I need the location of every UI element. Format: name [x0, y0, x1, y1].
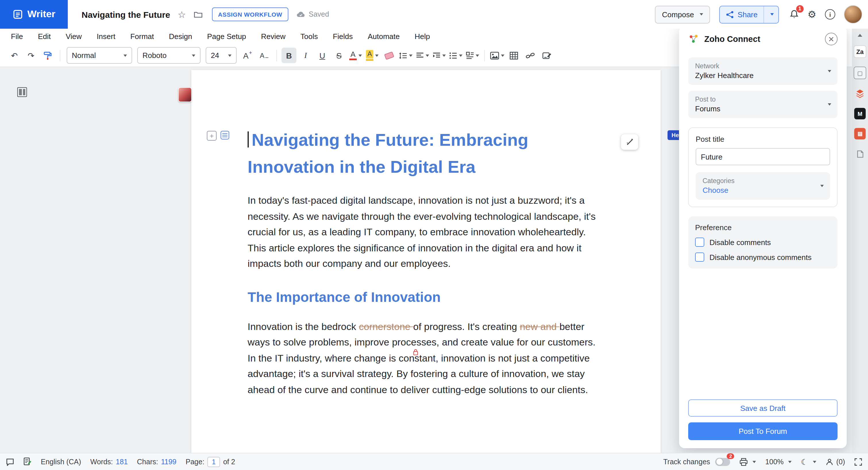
menu-automate[interactable]: Automate: [368, 32, 400, 41]
menu-help[interactable]: Help: [415, 32, 430, 41]
compose-button[interactable]: Compose: [655, 5, 710, 23]
font-family-select[interactable]: Roboto: [137, 47, 200, 64]
track-changes-control[interactable]: Track changes 2: [663, 458, 730, 466]
document-title[interactable]: Navigating the Future: [82, 9, 170, 19]
post-to-label: Post to: [695, 96, 822, 103]
indent-button[interactable]: [431, 47, 446, 63]
char-count[interactable]: Chars: 1199: [137, 458, 176, 466]
post-title-input[interactable]: [696, 148, 830, 165]
undo-button[interactable]: ↶: [7, 47, 22, 63]
settings-button[interactable]: ⚙: [808, 9, 816, 19]
zia-icon[interactable]: Za: [854, 45, 866, 58]
checkbox-icon[interactable]: [695, 253, 704, 262]
clear-format-button[interactable]: [381, 47, 396, 63]
fullscreen-icon: [854, 458, 862, 466]
font-size-value: 24: [211, 51, 219, 60]
menu-page-setup[interactable]: Page Setup: [207, 32, 246, 41]
menu-fields[interactable]: Fields: [333, 32, 353, 41]
increase-font-size-button[interactable]: A+: [240, 47, 255, 63]
favorite-star-icon[interactable]: ☆: [178, 9, 186, 20]
browser-panel-icon[interactable]: ▢: [854, 67, 866, 79]
menu-file[interactable]: File: [11, 32, 23, 41]
post-to-select[interactable]: Post to Forums: [688, 91, 838, 118]
menu-review[interactable]: Review: [261, 32, 285, 41]
zoho-connect-panel: Zoho Connect ✕ Network Zylker Healthcare…: [679, 26, 847, 448]
share-dropdown[interactable]: [764, 13, 778, 15]
redo-button[interactable]: ↷: [24, 47, 38, 63]
document-content[interactable]: Navigating the Future: Embracing Innovat…: [191, 70, 661, 398]
proofing-button[interactable]: [24, 458, 32, 466]
block-options-icon[interactable]: [221, 131, 229, 139]
categories-select[interactable]: Categories Choose: [696, 172, 830, 200]
disable-comments-option[interactable]: Disable comments: [695, 238, 831, 247]
night-mode-control[interactable]: ☾: [801, 458, 816, 466]
decrease-font-size-button[interactable]: A−: [257, 47, 272, 63]
menu-tools[interactable]: Tools: [301, 32, 318, 41]
checkbox-icon[interactable]: [695, 238, 704, 247]
doc-paragraph-1[interactable]: In today's fast-paced digital landscape,…: [248, 193, 597, 272]
doc-heading-2[interactable]: The Importance of Innovation: [248, 288, 597, 306]
chevron-down-icon: [828, 103, 831, 106]
insert-image-button[interactable]: [490, 47, 504, 63]
collapse-rail-icon[interactable]: [858, 34, 862, 37]
user-avatar[interactable]: [844, 5, 862, 24]
layers-icon[interactable]: [854, 88, 866, 99]
save-as-draft-button[interactable]: Save as Draft: [688, 399, 838, 416]
font-color-icon: A: [349, 51, 357, 60]
save-status: Saved: [297, 10, 329, 19]
folder-icon[interactable]: [193, 10, 203, 19]
strikethrough-button[interactable]: S: [332, 47, 346, 63]
italic-button[interactable]: I: [298, 47, 313, 63]
bold-button[interactable]: B: [281, 47, 297, 63]
close-icon[interactable]: ✕: [825, 33, 838, 45]
fullscreen-button[interactable]: [854, 458, 862, 466]
comments-button[interactable]: [6, 458, 14, 466]
menu-view[interactable]: View: [66, 32, 82, 41]
highlight-color-button[interactable]: A: [365, 47, 380, 63]
post-to-forum-button[interactable]: Post To Forum: [688, 423, 838, 440]
menu-design[interactable]: Design: [169, 32, 192, 41]
network-select[interactable]: Network Zylker Healthcare: [688, 57, 838, 85]
add-block-icon[interactable]: +: [207, 131, 217, 141]
mail-merge-icon[interactable]: M: [854, 108, 866, 120]
doc-paragraph-2[interactable]: Innovation is the bedrock cornerstone of…: [248, 319, 597, 398]
page-number-input[interactable]: 1: [207, 457, 220, 467]
font-color-button[interactable]: A: [348, 47, 363, 63]
templates-icon[interactable]: ▤: [854, 128, 866, 139]
doc-heading-1[interactable]: Navigating the Future: Embracing Innovat…: [248, 70, 597, 180]
align-button[interactable]: [415, 47, 430, 63]
notifications-button[interactable]: 1: [789, 9, 799, 20]
assign-workflow-button[interactable]: ASSIGN WORKFLOW: [212, 7, 289, 21]
menu-edit[interactable]: Edit: [38, 32, 51, 41]
share-button[interactable]: Share: [719, 5, 779, 23]
resources-icon[interactable]: [854, 148, 866, 160]
menu-insert[interactable]: Insert: [97, 32, 116, 41]
zia-assist-button[interactable]: [621, 134, 638, 150]
document-edit-icon: [24, 458, 32, 466]
print-button[interactable]: [739, 458, 756, 466]
zoom-control[interactable]: 100%: [765, 458, 792, 466]
disable-anonymous-option[interactable]: Disable anonymous comments: [695, 253, 831, 262]
paragraph-style-select[interactable]: Normal: [67, 47, 132, 64]
page-total-label: of 2: [223, 458, 235, 466]
font-size-select[interactable]: 24: [206, 47, 237, 64]
document-page[interactable]: + Navigating the Future: Embracing Innov…: [191, 70, 661, 453]
help-button[interactable]: i: [825, 9, 835, 20]
insert-signature-button[interactable]: [539, 47, 554, 63]
insert-table-button[interactable]: [506, 47, 521, 63]
paragraph-layout-button[interactable]: [465, 47, 480, 63]
document-navigator-icon[interactable]: [17, 87, 27, 97]
format-painter-button[interactable]: [40, 47, 55, 63]
info-icon: i: [825, 9, 835, 20]
language-selector[interactable]: English (CA): [41, 458, 81, 466]
insert-link-button[interactable]: [523, 47, 538, 63]
paragraph-style-value: Normal: [72, 51, 96, 60]
line-spacing-button[interactable]: [398, 47, 413, 63]
word-count[interactable]: Words: 181: [90, 458, 127, 466]
underline-button[interactable]: U: [315, 47, 330, 63]
track-changes-toggle[interactable]: 2: [715, 458, 730, 466]
writer-logo[interactable]: Writer: [0, 0, 68, 29]
list-button[interactable]: [448, 47, 463, 63]
collaborators-indicator[interactable]: (0): [825, 458, 845, 466]
menu-format[interactable]: Format: [130, 32, 154, 41]
